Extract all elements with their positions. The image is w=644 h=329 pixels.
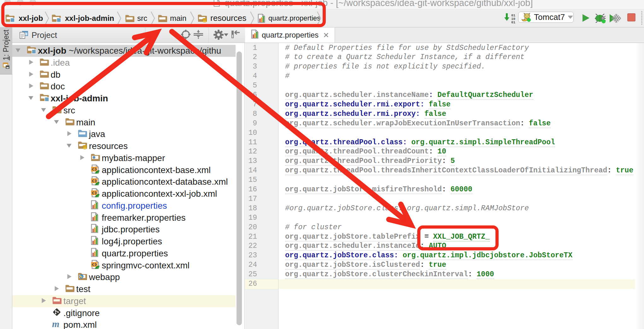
svg-text:01: 01 [511,21,516,24]
svg-text:m: m [52,320,59,328]
